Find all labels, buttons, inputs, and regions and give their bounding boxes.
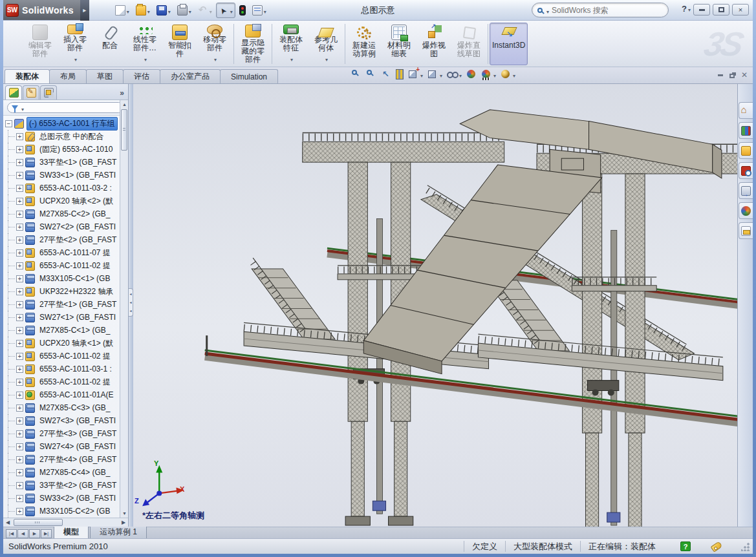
doc-minimize-button[interactable] bbox=[718, 74, 723, 76]
tree-item[interactable]: +SW27<2> (GB_FASTI bbox=[5, 220, 128, 233]
dropdown-arrow-icon[interactable] bbox=[513, 68, 515, 80]
tree-item[interactable]: +33平垫<2> (GB_FAST bbox=[5, 479, 128, 492]
tree-item[interactable]: +M27X85-C<4> (GB_ bbox=[5, 466, 128, 479]
edit-appearance-button[interactable] bbox=[466, 69, 477, 79]
tab-evaluate[interactable]: 评估 bbox=[123, 69, 160, 83]
display-style-button[interactable] bbox=[427, 68, 442, 80]
expand-toggle[interactable]: + bbox=[16, 405, 23, 412]
expand-toggle[interactable]: + bbox=[16, 133, 23, 140]
tree-item[interactable]: +6553-AC-1011-03-2 : bbox=[5, 182, 128, 194]
tree-item[interactable]: +SW33<2> (GB_FASTI bbox=[5, 492, 128, 505]
tab-nav-previous-button[interactable]: ◀ bbox=[17, 529, 28, 538]
dropdown-arrow-icon[interactable] bbox=[147, 5, 150, 16]
dropdown-arrow-icon[interactable] bbox=[230, 5, 233, 16]
expand-toggle[interactable]: + bbox=[16, 495, 23, 502]
help-button[interactable]: ? bbox=[682, 4, 691, 14]
tree-item[interactable]: +M27X85-C<2> (GB_ bbox=[5, 207, 128, 220]
tree-item[interactable]: +M33X105-C<2> (GB bbox=[5, 505, 128, 518]
tree-item[interactable]: +UCPX20 轴承<1> (默 bbox=[5, 337, 128, 350]
expand-toggle[interactable]: + bbox=[16, 443, 23, 450]
doc-close-button[interactable]: ✕ bbox=[741, 70, 748, 79]
expand-toggle[interactable]: + bbox=[16, 456, 23, 463]
panel-tab-propertymanager[interactable] bbox=[23, 85, 39, 100]
dropdown-arrow-icon[interactable] bbox=[493, 68, 496, 80]
scrollbar-thumb[interactable] bbox=[14, 519, 63, 526]
tree-item[interactable]: +33平垫<1> (GB_FAST bbox=[5, 156, 128, 169]
maximize-button[interactable] bbox=[713, 4, 729, 16]
tag-icon[interactable] bbox=[711, 541, 723, 552]
dropdown-arrow-icon[interactable] bbox=[459, 68, 462, 80]
dropdown-arrow-icon[interactable] bbox=[210, 5, 212, 16]
view-settings-button[interactable] bbox=[501, 68, 515, 80]
scroll-right-icon[interactable]: ▶ bbox=[119, 520, 128, 525]
section-view-button[interactable] bbox=[396, 69, 404, 79]
expand-toggle[interactable]: + bbox=[16, 327, 23, 334]
bill-of-materials-button[interactable]: 材料明细表 bbox=[382, 23, 416, 65]
insert-component-button[interactable]: 插入零部件 bbox=[58, 23, 92, 65]
reference-geometry-button[interactable]: 参考几何体 bbox=[308, 23, 343, 65]
scroll-left-icon[interactable]: ◀ bbox=[3, 520, 12, 525]
scrollbar-thumb[interactable] bbox=[121, 109, 127, 151]
tree-item[interactable]: +27平垫<1> (GB_FAST bbox=[5, 298, 128, 311]
tree-vertical-scrollbar[interactable]: ▲ ▼ bbox=[120, 100, 128, 518]
scroll-up-icon[interactable]: ▲ bbox=[120, 100, 129, 109]
expand-toggle[interactable]: + bbox=[16, 430, 23, 437]
rebuild-traffic-light-button[interactable] bbox=[237, 3, 248, 17]
tab-layout[interactable]: 布局 bbox=[49, 69, 87, 83]
custom-properties-button[interactable] bbox=[739, 222, 753, 239]
tree-item[interactable]: +SW27<1> (GB_FASTI bbox=[5, 311, 128, 324]
expand-toggle[interactable]: + bbox=[16, 146, 23, 153]
file-explorer-button[interactable] bbox=[739, 142, 753, 159]
view-palette-button[interactable] bbox=[739, 182, 753, 199]
expand-toggle[interactable]: + bbox=[16, 172, 23, 179]
expand-toggle[interactable]: + bbox=[16, 159, 23, 166]
dropdown-arrow-icon[interactable] bbox=[290, 52, 293, 64]
previous-view-button[interactable] bbox=[381, 69, 391, 79]
expand-toggle[interactable]: + bbox=[16, 301, 23, 308]
scroll-down-icon[interactable]: ▼ bbox=[120, 509, 129, 518]
expand-toggle[interactable]: + bbox=[16, 469, 23, 476]
expand-toggle[interactable]: + bbox=[16, 262, 23, 269]
dropdown-arrow-icon[interactable] bbox=[420, 68, 423, 80]
expand-toggle[interactable]: − bbox=[5, 120, 12, 127]
expand-toggle[interactable]: + bbox=[16, 482, 23, 489]
tree-item[interactable]: +SW27<3> (GB_FASTI bbox=[5, 414, 128, 427]
expand-toggle[interactable]: + bbox=[16, 417, 23, 425]
tree-item[interactable]: +M33X105-C<1> (GB bbox=[5, 272, 128, 285]
expand-toggle[interactable]: + bbox=[16, 366, 23, 373]
exploded-view-button[interactable]: 爆炸视图 bbox=[416, 23, 451, 65]
tab-sketch[interactable]: 草图 bbox=[86, 69, 124, 83]
filter-dropdown-icon[interactable] bbox=[21, 102, 24, 114]
assembly-model[interactable] bbox=[133, 84, 737, 527]
expand-toggle[interactable]: + bbox=[16, 224, 23, 231]
tree-item[interactable]: +总图示意 中的配合 bbox=[5, 130, 128, 143]
tree-item[interactable]: +UCPX20 轴承<2> (默 bbox=[5, 194, 128, 207]
dropdown-arrow-icon[interactable] bbox=[214, 52, 217, 64]
expand-toggle[interactable]: + bbox=[16, 508, 23, 515]
zoom-fit-button[interactable] bbox=[351, 69, 362, 79]
tree-filter-input[interactable] bbox=[7, 102, 124, 113]
tab-assembly[interactable]: 装配体 bbox=[5, 69, 50, 83]
expand-toggle[interactable]: + bbox=[16, 314, 23, 321]
show-hidden-button[interactable]: 显示隐藏的零部件 bbox=[235, 23, 270, 65]
view-orientation-button[interactable] bbox=[408, 68, 423, 80]
tab-model[interactable]: 模型 bbox=[54, 525, 89, 538]
expand-toggle[interactable]: + bbox=[16, 249, 23, 257]
tree-item[interactable]: +6553-AC-1011-03-1 : bbox=[5, 363, 128, 375]
dropdown-arrow-icon[interactable] bbox=[168, 5, 171, 16]
expand-toggle[interactable]: + bbox=[16, 185, 23, 192]
tree-item[interactable]: +27平垫<4> (GB_FAST bbox=[5, 453, 128, 466]
apply-scene-button[interactable] bbox=[481, 68, 496, 80]
menu-flyout-arrow[interactable] bbox=[80, 0, 89, 21]
help-dropdown-icon[interactable] bbox=[688, 4, 691, 14]
appearances-scenes-button[interactable] bbox=[739, 202, 753, 219]
tab-nav-next-button[interactable]: ▶ bbox=[29, 529, 40, 538]
options-button[interactable] bbox=[250, 3, 269, 18]
tree-item[interactable]: +M27X85-C<1> (GB_ bbox=[5, 324, 128, 337]
panel-collapse-handle[interactable] bbox=[129, 288, 133, 317]
panel-splitter[interactable] bbox=[129, 84, 133, 527]
zoom-to-area-button[interactable] bbox=[366, 69, 376, 79]
tree-item[interactable]: +6553-AC-1011-07 提 bbox=[5, 246, 128, 259]
tree-item[interactable]: +27平垫<3> (GB_FAST bbox=[5, 427, 128, 440]
close-button[interactable]: × bbox=[732, 4, 749, 16]
